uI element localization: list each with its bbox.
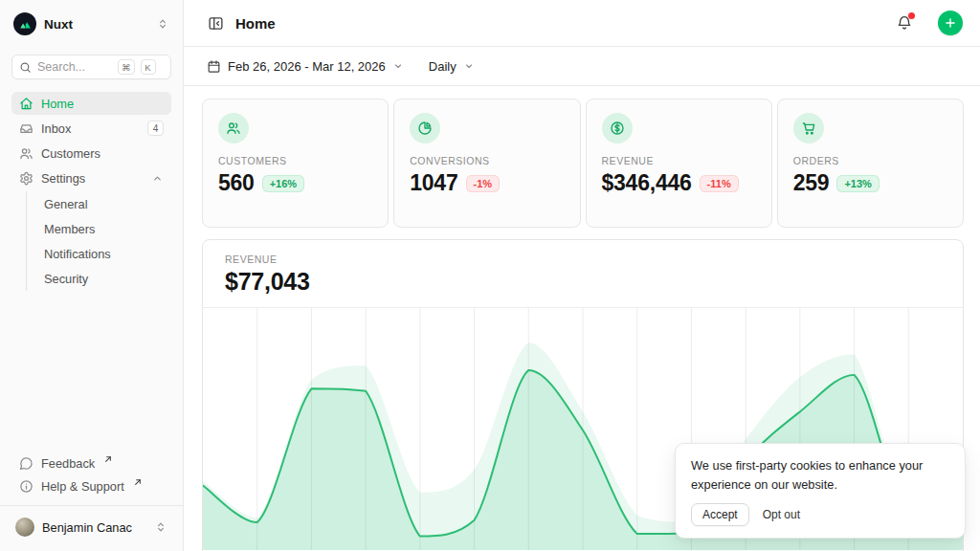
granularity-value: Daily bbox=[429, 59, 457, 74]
stat-value: 259 bbox=[793, 170, 830, 196]
stat-card-conversions[interactable]: CONVERSIONS 1047 -1% bbox=[393, 99, 580, 228]
stat-card-customers[interactable]: CUSTOMERS 560 +16% bbox=[202, 99, 389, 228]
stat-label: REVENUE bbox=[602, 155, 756, 166]
add-button[interactable] bbox=[938, 11, 963, 35]
date-range-value: Feb 26, 2026 - Mar 12, 2026 bbox=[228, 59, 386, 74]
gear-icon bbox=[19, 171, 33, 186]
granularity-select[interactable]: Daily bbox=[429, 59, 475, 74]
nuxt-logo-icon bbox=[13, 12, 36, 35]
stat-card-revenue[interactable]: REVENUE $346,446 -11% bbox=[586, 99, 772, 228]
inbox-icon bbox=[19, 121, 33, 136]
info-circle-icon bbox=[19, 479, 33, 494]
users-icon bbox=[19, 146, 33, 161]
sidebar-item-general[interactable]: General bbox=[36, 191, 171, 216]
sidebar-item-customers[interactable]: Customers bbox=[11, 142, 171, 165]
shopping-cart-icon bbox=[793, 113, 824, 143]
settings-subnav: General Members Notifications Security bbox=[26, 191, 171, 291]
chevron-down-icon bbox=[463, 60, 475, 72]
search-input[interactable] bbox=[37, 60, 112, 74]
workspace-name: Nuxt bbox=[44, 17, 148, 32]
cookie-consent-banner: We use first-party cookies to enhance yo… bbox=[675, 443, 966, 539]
dollar-circle-icon bbox=[602, 113, 633, 143]
external-link-icon bbox=[104, 455, 112, 463]
search-input-wrapper[interactable]: ⌘ K bbox=[11, 55, 171, 79]
chevrons-up-down-icon bbox=[156, 17, 169, 31]
stat-value: $346,446 bbox=[602, 170, 692, 196]
search-icon bbox=[19, 61, 32, 74]
chart-label: REVENUE bbox=[225, 253, 941, 265]
chart-header: REVENUE $77,043 bbox=[203, 240, 963, 307]
stat-delta-badge: -1% bbox=[466, 175, 501, 192]
panel-left-close-icon bbox=[208, 15, 224, 32]
stat-label: CUSTOMERS bbox=[218, 155, 372, 166]
inbox-count-badge: 4 bbox=[147, 121, 164, 136]
sidebar-item-security[interactable]: Security bbox=[36, 266, 171, 291]
sidebar-divider bbox=[0, 505, 183, 506]
calendar-icon bbox=[207, 59, 221, 74]
stat-delta-badge: -11% bbox=[700, 175, 739, 192]
stats-grid: CUSTOMERS 560 +16% CONVERSIONS 1047 -1% bbox=[202, 99, 964, 228]
sidebar: Nuxt ⌘ K Home Inb bbox=[0, 0, 184, 551]
sidebar-item-notifications[interactable]: Notifications bbox=[36, 241, 171, 266]
chevrons-up-down-icon bbox=[154, 520, 167, 534]
sidebar-footer: Feedback Help & Support Benjamin Canac bbox=[11, 452, 171, 551]
pie-chart-icon bbox=[410, 113, 440, 143]
stat-value: 560 bbox=[218, 170, 255, 196]
stat-label: CONVERSIONS bbox=[410, 155, 564, 166]
stat-delta-badge: +16% bbox=[262, 175, 304, 192]
stat-delta-badge: +13% bbox=[836, 175, 879, 192]
sidebar-item-members[interactable]: Members bbox=[36, 216, 171, 241]
kbd-k: K bbox=[141, 59, 156, 75]
user-avatar bbox=[15, 518, 34, 537]
user-menu[interactable]: Benjamin Canac bbox=[11, 508, 171, 546]
stat-label: ORDERS bbox=[793, 155, 947, 166]
accept-cookies-button[interactable]: Accept bbox=[691, 503, 749, 526]
notifications-button[interactable] bbox=[896, 14, 913, 32]
chevron-down-icon bbox=[392, 60, 404, 72]
sidebar-nav: Home Inbox 4 Customers Settings bbox=[11, 92, 171, 291]
sidebar-item-inbox[interactable]: Inbox 4 bbox=[11, 117, 171, 140]
sidebar-item-settings[interactable]: Settings bbox=[11, 166, 171, 189]
page-header: Home bbox=[184, 0, 980, 47]
sidebar-item-help-support[interactable]: Help & Support bbox=[11, 474, 171, 497]
filters-toolbar: Feb 26, 2026 - Mar 12, 2026 Daily bbox=[184, 47, 980, 86]
sidebar-item-home[interactable]: Home bbox=[11, 92, 171, 115]
notification-dot bbox=[908, 12, 915, 19]
users-icon bbox=[218, 113, 249, 143]
kbd-cmd: ⌘ bbox=[118, 59, 135, 75]
chart-value: $77,043 bbox=[225, 268, 941, 296]
sidebar-collapse-button[interactable] bbox=[208, 15, 224, 32]
plus-icon bbox=[944, 16, 957, 30]
external-link-icon bbox=[134, 478, 142, 486]
chat-bubble-icon bbox=[19, 456, 33, 471]
chevron-up-icon bbox=[151, 172, 164, 185]
cookie-message: We use first-party cookies to enhance yo… bbox=[691, 456, 949, 495]
page-title: Home bbox=[235, 15, 884, 32]
optout-cookies-button[interactable]: Opt out bbox=[761, 504, 802, 525]
sidebar-item-feedback[interactable]: Feedback bbox=[11, 452, 171, 474]
workspace-switcher[interactable]: Nuxt bbox=[11, 11, 171, 36]
stat-value: 1047 bbox=[410, 170, 457, 196]
date-range-picker[interactable]: Feb 26, 2026 - Mar 12, 2026 bbox=[207, 59, 404, 74]
home-icon bbox=[19, 97, 33, 111]
stat-card-orders[interactable]: ORDERS 259 +13% bbox=[777, 99, 964, 228]
